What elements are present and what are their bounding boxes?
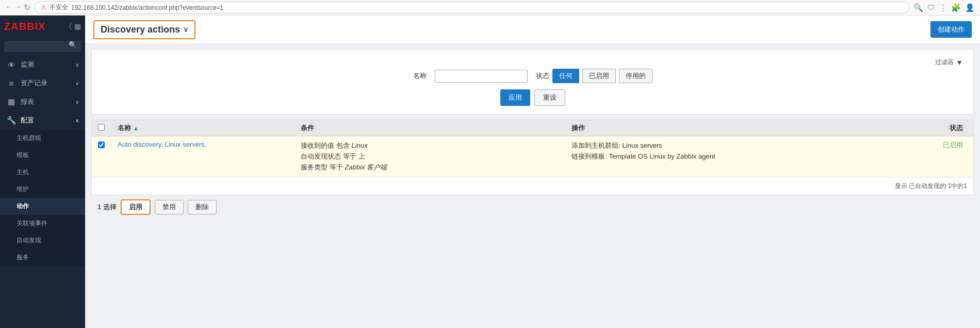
sidebar-item-label: 配置 bbox=[21, 116, 34, 125]
condition-line-1: 接收到的值 包含 Linux bbox=[301, 140, 563, 151]
table-footer: 显示 已自动发现的 1中的1 bbox=[92, 177, 973, 195]
sidebar-item-assets[interactable]: ≡ 资产记录 ∨ bbox=[0, 74, 85, 92]
action-status[interactable]: 已启用 bbox=[926, 140, 967, 150]
status-filter-group: 状态 任何 已启用 停用的 bbox=[536, 69, 652, 83]
sidebar-item-label: 监测 bbox=[21, 60, 34, 69]
templates-label: 模板 bbox=[17, 151, 29, 160]
hosts-label: 主机 bbox=[17, 168, 29, 177]
page-title: Discovery actions bbox=[101, 24, 180, 35]
selection-count: 1 选择 bbox=[97, 202, 117, 212]
sidebar-search-container: 🔍 bbox=[0, 38, 85, 55]
operation-line-1: 添加到主机群组: Linux servers bbox=[571, 140, 922, 151]
select-all-checkbox[interactable] bbox=[98, 124, 105, 131]
maintenance-label: 维护 bbox=[17, 185, 29, 194]
security-icon[interactable]: 🛡 bbox=[927, 3, 935, 12]
sidebar-item-templates[interactable]: 模板 bbox=[0, 147, 85, 164]
chevron-up-icon: ∧ bbox=[75, 118, 79, 123]
sidebar-item-label: 报表 bbox=[21, 97, 34, 106]
delete-button[interactable]: 删除 bbox=[188, 200, 217, 214]
sidebar: ZABBIX 《 ▦ 🔍 👁 监测 ∨ ≡ 资产记录 ∨ ▦ 报表 ∨ bbox=[0, 15, 85, 328]
main-content: Discovery actions ∨ 创建动作 过滤器 ▼ 名称 状态 bbox=[85, 15, 980, 328]
sidebar-item-correlation[interactable]: 关联项事件 bbox=[0, 215, 85, 232]
reports-icon: ▦ bbox=[6, 97, 17, 106]
action-operations: 添加到主机群组: Linux servers 链接到模板: Template O… bbox=[567, 140, 926, 162]
action-bar: 1 选择 启用 禁用 删除 bbox=[91, 195, 974, 219]
sidebar-item-reports[interactable]: ▦ 报表 ∨ bbox=[0, 92, 85, 111]
chevron-down-icon: ∨ bbox=[75, 81, 79, 86]
action-name-link[interactable]: Auto discovery. Linux servers. bbox=[113, 140, 297, 148]
sort-arrow-icon[interactable]: ▲ bbox=[133, 125, 139, 131]
topbar: Discovery actions ∨ 创建动作 bbox=[85, 15, 980, 44]
assets-icon: ≡ bbox=[6, 79, 17, 88]
extensions-icon[interactable]: 🧩 bbox=[951, 3, 961, 12]
name-filter-input[interactable] bbox=[435, 70, 528, 83]
status-any-button[interactable]: 任何 bbox=[552, 69, 579, 83]
filter-row: 名称 状态 任何 已启用 停用的 bbox=[102, 69, 963, 83]
col-condition-header: 条件 bbox=[297, 123, 567, 133]
sidebar-item-monitor[interactable]: 👁 监测 ∨ bbox=[0, 55, 85, 74]
disable-button[interactable]: 禁用 bbox=[155, 200, 184, 214]
filter-label: 过滤器 bbox=[935, 58, 954, 67]
sidebar-item-actions[interactable]: 动作 bbox=[0, 198, 85, 215]
chevron-down-icon: ∨ bbox=[75, 62, 79, 68]
sidebar-item-maintenance[interactable]: 维护 bbox=[0, 181, 85, 198]
services-label: 服务 bbox=[17, 253, 29, 262]
auto-discovery-label: 自动发现 bbox=[17, 236, 41, 245]
sidebar-item-admin[interactable]: ⚙ 管理 ∨ bbox=[0, 325, 85, 328]
operation-line-2: 链接到模板: Template OS Linux by Zabbix agent bbox=[571, 151, 922, 162]
col-status-header: 状态 bbox=[926, 123, 967, 133]
create-action-button[interactable]: 创建动作 bbox=[930, 21, 972, 38]
filter-header: 过滤器 ▼ bbox=[102, 58, 963, 67]
table-count: 显示 已自动发现的 1中的1 bbox=[895, 182, 967, 191]
config-icon: 🔧 bbox=[6, 116, 17, 125]
security-warning-icon: ⚠ bbox=[41, 4, 46, 11]
nav-back-forward[interactable]: ← → ↻ bbox=[5, 3, 30, 12]
correlation-label: 关联项事件 bbox=[17, 219, 47, 228]
sidebar-item-config[interactable]: 🔧 配置 ∧ bbox=[0, 111, 85, 130]
condition-line-2: 自动发现状态 等于 上 bbox=[301, 151, 563, 162]
url-text: 192.168.100.142/zabbix/actionconf.php?ev… bbox=[71, 4, 223, 11]
sidebar-collapse-icon[interactable]: 《 bbox=[65, 22, 72, 32]
sidebar-item-host-groups[interactable]: 主机群组 bbox=[0, 130, 85, 147]
status-enabled-button[interactable]: 已启用 bbox=[582, 69, 616, 83]
chevron-down-icon: ∨ bbox=[183, 25, 188, 34]
chevron-down-icon: ∨ bbox=[75, 99, 79, 105]
col-name-header: 名称 bbox=[118, 123, 131, 133]
sidebar-item-hosts[interactable]: 主机 bbox=[0, 164, 85, 181]
reset-filter-button[interactable]: 重设 bbox=[534, 89, 565, 106]
sidebar-item-auto-discovery[interactable]: 自动发现 bbox=[0, 232, 85, 249]
url-warning-text: 不安全 bbox=[50, 3, 68, 12]
search-icon: 🔍 bbox=[69, 41, 77, 49]
url-bar: ⚠ 不安全 192.168.100.142/zabbix/actionconf.… bbox=[35, 2, 909, 13]
profile-icon[interactable]: 👤 bbox=[965, 3, 975, 12]
zabbix-logo: ZABBIX bbox=[4, 21, 45, 33]
more-icon[interactable]: ⋮ bbox=[939, 3, 947, 12]
page-title-dropdown[interactable]: Discovery actions ∨ bbox=[93, 20, 195, 39]
status-disabled-button[interactable]: 停用的 bbox=[619, 69, 652, 83]
condition-line-3: 服务类型 等于 Zabbix 客户端 bbox=[301, 162, 563, 173]
sidebar-menu-icon[interactable]: ▦ bbox=[74, 22, 81, 32]
monitor-icon: 👁 bbox=[6, 60, 17, 69]
table-row: Auto discovery. Linux servers. 接收到的值 包含 … bbox=[92, 136, 973, 177]
row-checkbox[interactable] bbox=[98, 142, 105, 148]
actions-table: 名称 ▲ 条件 操作 状态 Auto discovery. Linux serv… bbox=[91, 120, 974, 195]
config-subitems: 主机群组 模板 主机 维护 动作 关联项事件 自动发现 服务 bbox=[0, 130, 85, 266]
sidebar-item-services[interactable]: 服务 bbox=[0, 249, 85, 266]
zoom-icon[interactable]: 🔍 bbox=[913, 3, 923, 12]
host-groups-label: 主机群组 bbox=[17, 134, 41, 143]
sidebar-item-label: 资产记录 bbox=[21, 79, 47, 88]
filter-funnel-icon: ▼ bbox=[956, 58, 963, 67]
actions-label: 动作 bbox=[17, 202, 29, 211]
filter-panel: 过滤器 ▼ 名称 状态 任何 已启用 停用的 应用 重设 bbox=[91, 49, 974, 115]
action-conditions: 接收到的值 包含 Linux 自动发现状态 等于 上 服务类型 等于 Zabbi… bbox=[297, 140, 567, 173]
col-operation-header: 操作 bbox=[567, 123, 926, 133]
apply-filter-button[interactable]: 应用 bbox=[500, 89, 530, 106]
status-filter-label: 状态 bbox=[536, 71, 549, 81]
name-filter-label: 名称 bbox=[413, 71, 427, 81]
filter-actions: 应用 重设 bbox=[102, 89, 963, 106]
table-header: 名称 ▲ 条件 操作 状态 bbox=[92, 120, 973, 136]
enable-button[interactable]: 启用 bbox=[121, 199, 151, 215]
sidebar-header: ZABBIX 《 ▦ bbox=[0, 15, 85, 38]
content-area: 过滤器 ▼ 名称 状态 任何 已启用 停用的 应用 重设 bbox=[85, 44, 980, 328]
